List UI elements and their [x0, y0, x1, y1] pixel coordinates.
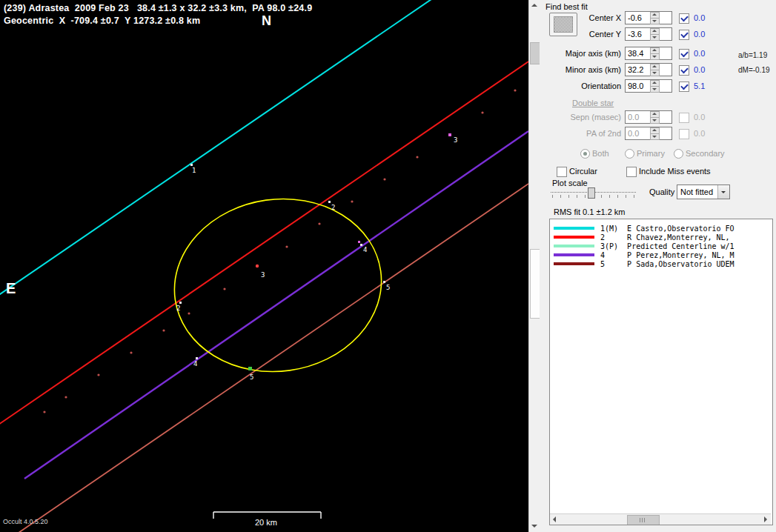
center-y-spinner[interactable]	[650, 28, 660, 40]
svg-text:2: 2	[331, 204, 335, 211]
chord-2-swatch	[554, 234, 594, 240]
svg-text:4: 4	[363, 246, 367, 253]
center-y-input[interactable]	[625, 27, 672, 41]
find-best-fit-panel: Find best fit Center X 0.0 Center Y 0.0 …	[540, 0, 776, 532]
center-x-checkbox[interactable]	[679, 13, 689, 24]
scroll-left-button[interactable]	[550, 514, 561, 525]
scale-bar-label: 20 km	[255, 518, 277, 527]
radio-primary[interactable]	[625, 149, 634, 159]
chord-2-line[interactable]	[0, 61, 528, 425]
svg-text:1: 1	[192, 167, 196, 174]
center-y-stat: 0.0	[694, 30, 705, 39]
splitter-handle[interactable]	[530, 249, 540, 319]
legend-row-1[interactable]: 1(M) E Castro,Observatorio FO	[550, 224, 772, 233]
chord-4-line[interactable]	[24, 131, 528, 479]
minor-axis-input[interactable]	[625, 63, 672, 76]
minor-axis-spinner[interactable]	[650, 64, 660, 76]
chord-5-green-marker	[248, 367, 252, 370]
observer-legend-list[interactable]: 1(M) E Castro,Observatorio FO 2 R Chavez…	[549, 219, 773, 525]
center-y-checkbox[interactable]	[679, 30, 689, 40]
scroll-right-button[interactable]	[760, 514, 771, 525]
predicted-centerline-dots	[43, 89, 516, 413]
pa-of-2nd-stat: 0.0	[694, 129, 705, 138]
orientation-stat: 5.1	[694, 82, 705, 90]
radio-both[interactable]	[580, 149, 590, 159]
circular-checkbox[interactable]	[557, 167, 567, 177]
major-axis-stat: 0.0	[694, 49, 705, 58]
minor-axis-checkbox[interactable]	[679, 65, 689, 76]
pa-of-2nd-label: PA of 2nd	[540, 129, 621, 138]
plot-title-line2: Geocentric X -709.4 ±0.7 Y 1273.2 ±0.8 k…	[4, 16, 200, 26]
center-x-stat: 0.0	[694, 13, 705, 22]
plot-title-line1: (239) Adrastea 2009 Feb 23 38.4 ±1.3 x 3…	[4, 3, 312, 13]
major-axis-input[interactable]	[625, 47, 672, 60]
plot-scale-slider[interactable]	[551, 187, 636, 199]
sepn-stat: 0.0	[694, 113, 705, 122]
double-star-radio-row: Both Primary Secondary	[540, 147, 776, 162]
center-point	[256, 265, 259, 267]
scroll-down-button[interactable]	[529, 520, 540, 532]
major-axis-spinner[interactable]	[650, 47, 660, 59]
quality-dropdown[interactable]: Not fitted	[677, 184, 730, 199]
svg-text:2: 2	[176, 305, 180, 312]
minor-axis-stat: 0.0	[694, 65, 705, 74]
plot-canvas: 1 2 2 3 3 4 4 5 5 20 km	[0, 0, 528, 532]
include-miss-events-checkbox[interactable]	[626, 167, 637, 177]
legend-row-5[interactable]: 5 P Sada,Observatorio UDEM	[550, 259, 772, 268]
slider-thumb[interactable]	[588, 187, 595, 199]
orientation-row: Orientation 5.1	[540, 79, 776, 94]
app-version-label: Occult 4.0.5.20	[3, 518, 48, 525]
center-x-label: Center X	[540, 13, 621, 22]
chord-5-swatch	[554, 261, 594, 267]
panel-title: Find best fit	[545, 2, 588, 11]
horizontal-scrollbar[interactable]	[550, 513, 771, 525]
chord-event-markers	[179, 133, 451, 370]
orientation-checkbox[interactable]	[679, 82, 689, 92]
pa-of-2nd-spinner[interactable]	[650, 127, 660, 139]
major-axis-label: Major axis (km)	[540, 49, 621, 58]
quality-label: Quality	[649, 187, 674, 196]
pa-of-2nd-checkbox[interactable]	[679, 129, 689, 139]
center-y-row: Center Y 0.0	[540, 27, 776, 42]
horizontal-scrollbar-thumb[interactable]	[627, 515, 660, 525]
chord-3-swatch	[554, 243, 594, 249]
rms-fit-label: RMS fit 0.1 ±1.2 km	[554, 207, 626, 216]
orientation-label: Orientation	[540, 82, 621, 90]
center-x-input[interactable]	[625, 11, 672, 24]
pa-of-2nd-input[interactable]	[625, 127, 672, 140]
center-y-label: Center Y	[540, 30, 621, 39]
legend-row-text: 5 P Sada,Observatorio UDEM	[600, 260, 734, 268]
east-direction-label: E	[6, 280, 16, 297]
dm-value: dM=-0.19	[738, 66, 770, 74]
sepn-input[interactable]	[625, 110, 672, 124]
scroll-up-button[interactable]	[529, 0, 540, 12]
radio-secondary-label: Secondary	[686, 149, 725, 158]
svg-text:3: 3	[454, 136, 457, 144]
major-axis-checkbox[interactable]	[679, 49, 689, 59]
chevron-down-icon[interactable]	[717, 185, 729, 199]
center-x-spinner[interactable]	[650, 12, 660, 24]
legend-row-text: 2 R Chavez,Monterrey, NL,	[600, 233, 730, 242]
svg-text:5: 5	[386, 284, 390, 291]
sepn-row: Sepn (masec) 0.0	[540, 110, 776, 125]
double-star-section-title: Double star	[572, 99, 614, 107]
legend-row-4[interactable]: 4 P Perez,Monterrey, NL, M	[550, 250, 772, 259]
chord-1-line[interactable]	[0, 0, 434, 296]
north-direction-label: N	[262, 13, 271, 29]
sepn-spinner[interactable]	[650, 111, 660, 123]
occult-fit-window: 1 2 2 3 3 4 4 5 5 20 km (239) Adrastea 2…	[0, 0, 776, 532]
vertical-scrollbar[interactable]	[528, 0, 540, 532]
legend-row-text: 1(M) E Castro,Observatorio FO	[600, 225, 734, 233]
legend-row-2[interactable]: 2 R Chavez,Monterrey, NL,	[550, 233, 772, 242]
orientation-spinner[interactable]	[650, 80, 660, 92]
sepn-checkbox[interactable]	[679, 113, 689, 123]
legend-row-3[interactable]: 3(P) Predicted Centerline w/1	[550, 242, 772, 250]
radio-primary-label: Primary	[637, 149, 665, 158]
circular-label: Circular	[569, 167, 597, 176]
occultation-plot[interactable]: 1 2 2 3 3 4 4 5 5 20 km (239) Adrastea 2…	[0, 0, 528, 532]
legend-row-text: 4 P Perez,Monterrey, NL, M	[600, 251, 734, 259]
orientation-input[interactable]	[625, 79, 672, 93]
radio-secondary[interactable]	[674, 149, 683, 159]
sepn-label: Sepn (masec)	[540, 113, 621, 122]
svg-text:3: 3	[261, 271, 265, 279]
